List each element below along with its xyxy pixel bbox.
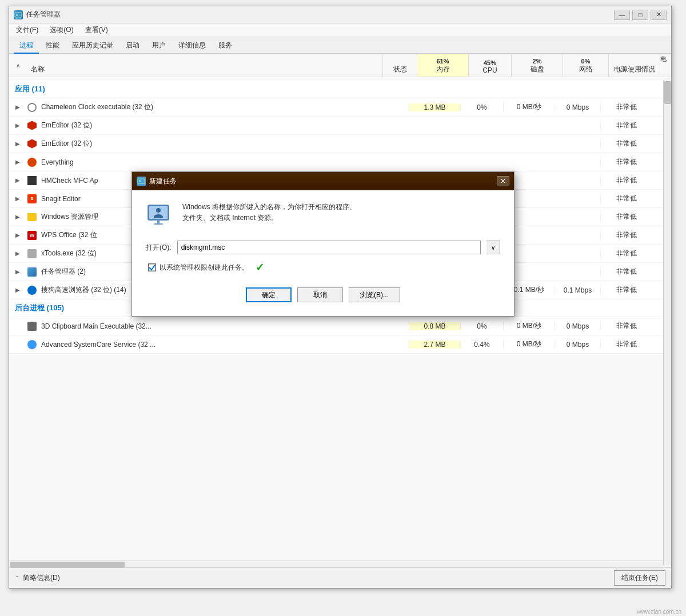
tab-bar: 进程 性能 应用历史记录 启动 用户 详细信息 服务 <box>9 37 671 54</box>
col-name-header[interactable]: 名称 <box>26 54 382 77</box>
open-input[interactable] <box>177 241 481 254</box>
tab-performance[interactable]: 性能 <box>40 38 65 54</box>
expand-icon[interactable]: ▶ <box>9 177 26 183</box>
minimize-button[interactable]: — <box>614 10 630 20</box>
process-network: 0.1 Mbps <box>555 286 600 294</box>
window-title: 任务管理器 <box>26 10 61 19</box>
table-row[interactable]: ▶ Chameleon Clock executable (32 位) 1.3 … <box>9 98 663 117</box>
menu-options[interactable]: 选项(O) <box>47 24 75 36</box>
table-row[interactable]: 3D Clipboard Main Executable (32... 0.8 … <box>9 317 663 335</box>
process-network: 0 Mbps <box>555 322 600 330</box>
process-power: 非常低 <box>600 212 652 222</box>
cancel-button[interactable]: 取消 <box>297 287 343 302</box>
process-power: 非常低 <box>600 175 652 185</box>
ok-button[interactable]: 确定 <box>246 287 292 302</box>
svg-rect-13 <box>154 223 163 225</box>
col-disk-header[interactable]: 2% 磁盘 <box>511 54 563 77</box>
expand-icon[interactable]: ▶ <box>9 269 26 275</box>
dialog-body: Windows 将根据你所键入的名称，为你打开相应的程序、 文件夹、文档或 In… <box>132 190 514 316</box>
process-power: 非常低 <box>600 157 652 167</box>
col-network-header[interactable]: 0% 网络 <box>563 54 608 77</box>
process-icon <box>26 157 38 168</box>
window-controls: — □ ✕ <box>614 10 667 20</box>
close-button[interactable]: ✕ <box>651 10 667 20</box>
expand-chevron-icon: ⌃ <box>15 575 19 581</box>
end-task-button[interactable]: 结束任务(E) <box>614 570 665 586</box>
process-icon <box>26 285 38 296</box>
table-row[interactable]: ▶ EmEditor (32 位) 非常低 <box>9 135 663 153</box>
expand-icon[interactable]: ▶ <box>9 232 26 238</box>
dropdown-button[interactable]: ∨ <box>486 241 500 254</box>
expand-icon[interactable]: ▶ <box>9 141 26 147</box>
dialog-description: Windows 将根据你所键入的名称，为你打开相应的程序、 文件夹、文档或 In… <box>182 202 356 223</box>
title-bar: 任务管理器 — □ ✕ <box>9 6 671 23</box>
process-icon: W <box>26 230 38 241</box>
process-power: 非常低 <box>600 230 652 240</box>
tab-users[interactable]: 用户 <box>146 38 172 54</box>
process-name: Chameleon Clock executable (32 位) <box>41 102 374 112</box>
maximize-button[interactable]: □ <box>632 10 648 20</box>
dialog-description-line2: 文件夹、文档或 Internet 资源。 <box>182 213 356 223</box>
expand-icon[interactable]: ▶ <box>9 214 26 220</box>
process-network: 0 Mbps <box>555 341 600 349</box>
svg-rect-7 <box>138 179 145 183</box>
svg-rect-4 <box>16 14 18 16</box>
process-power: 非常低 <box>600 102 652 112</box>
process-power: 非常低 <box>600 139 652 149</box>
title-bar-left: 任务管理器 <box>14 10 61 19</box>
expand-icon[interactable]: ▶ <box>9 287 26 293</box>
table-row[interactable]: ▶ EmEditor (32 位) 非常低 <box>9 117 663 135</box>
process-memory: 0.8 MB <box>409 322 460 330</box>
brief-info-label[interactable]: 简略信息(D) <box>23 573 60 583</box>
expand-icon[interactable]: ▶ <box>9 122 26 129</box>
watermark: www.cfan.com.cn <box>637 609 681 615</box>
tab-startup[interactable]: 启动 <box>120 38 145 54</box>
table-row[interactable]: Advanced SystemCare Service (32 ... 2.7 … <box>9 335 663 354</box>
dialog-title-text: 新建任务 <box>149 177 177 186</box>
col-memory-header[interactable]: 61% 内存 <box>417 54 468 77</box>
svg-rect-8 <box>139 180 141 182</box>
dialog-title-left: 新建任务 <box>137 177 177 186</box>
process-icon <box>26 339 38 350</box>
h-scrollbar-thumb[interactable] <box>10 562 125 567</box>
menu-bar: 文件(F) 选项(O) 查看(V) <box>9 23 671 37</box>
process-icon <box>26 175 38 186</box>
tab-apphistory[interactable]: 应用历史记录 <box>66 38 119 54</box>
process-memory: 2.7 MB <box>409 341 460 349</box>
process-memory: 1.3 MB <box>409 103 460 111</box>
col-power-header[interactable]: 电源使用情况 <box>608 54 660 77</box>
tab-services[interactable]: 服务 <box>213 38 238 54</box>
dialog-checkbox-row: 以系统管理权限创建此任务。 ✓ <box>146 261 500 274</box>
bottom-bar: ⌃ 简略信息(D) 结束任务(E) <box>9 567 671 588</box>
expand-icon[interactable]: ▶ <box>9 104 26 110</box>
tab-details[interactable]: 详细信息 <box>173 38 212 54</box>
table-row[interactable]: ▶ Everything 非常低 <box>9 153 663 171</box>
dialog-close-button[interactable]: ✕ <box>497 176 509 186</box>
expand-icon[interactable]: ▶ <box>9 250 26 257</box>
svg-rect-12 <box>157 220 159 223</box>
column-header: ∧ 名称 状态 61% 内存 45% CPU 2% 磁盘 0% 网络 电源使用情… <box>9 54 671 77</box>
expand-icon[interactable]: ▶ <box>9 195 26 202</box>
expand-icon[interactable]: ▶ <box>9 159 26 165</box>
menu-file[interactable]: 文件(F) <box>14 24 41 36</box>
process-power: 非常低 <box>600 339 652 349</box>
process-cpu: 0% <box>460 322 503 330</box>
vertical-scrollbar[interactable] <box>663 81 671 565</box>
browse-button[interactable]: 浏览(B)... <box>349 287 400 302</box>
apps-section-header: 应用 (11) <box>9 81 663 98</box>
process-power: 非常低 <box>600 194 652 203</box>
process-icon <box>26 138 38 150</box>
col-cpu-header[interactable]: 45% CPU <box>468 54 511 77</box>
bottom-info[interactable]: ⌃ 简略信息(D) <box>15 573 60 583</box>
scrollbar-thumb[interactable] <box>664 81 671 104</box>
admin-checkbox[interactable] <box>148 263 156 271</box>
dialog-title-bar: 新建任务 ✕ <box>132 172 514 190</box>
menu-view[interactable]: 查看(V) <box>83 24 110 36</box>
sort-arrow-icon: ∧ <box>9 54 26 77</box>
process-disk: 0 MB/秒 <box>503 321 555 331</box>
tab-processes[interactable]: 进程 <box>14 38 39 54</box>
horizontal-scrollbar[interactable] <box>9 561 663 567</box>
dialog-content-row: Windows 将根据你所键入的名称，为你打开相应的程序、 文件夹、文档或 In… <box>146 202 500 229</box>
col-status-header[interactable]: 状态 <box>382 54 417 77</box>
process-network: 0 Mbps <box>555 103 600 111</box>
